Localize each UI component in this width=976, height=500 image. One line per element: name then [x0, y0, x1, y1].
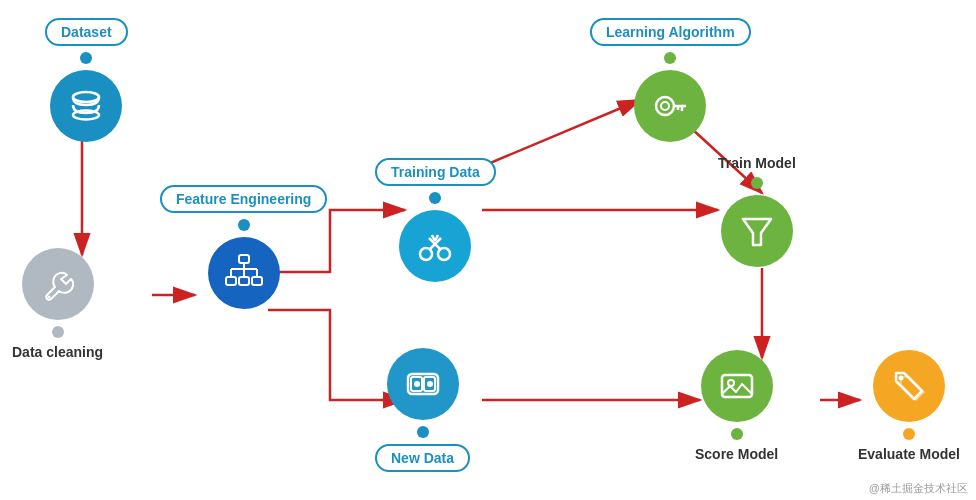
score-model-node: Score Model: [695, 350, 778, 462]
svg-rect-15: [239, 277, 249, 285]
training-data-icon: [399, 210, 471, 282]
feature-engineering-dot: [238, 219, 250, 231]
svg-point-34: [656, 97, 674, 115]
new-data-node: New Data: [375, 348, 470, 472]
new-data-label: New Data: [375, 444, 470, 472]
svg-point-35: [661, 102, 669, 110]
data-cleaning-dot: [52, 326, 64, 338]
svg-rect-13: [239, 255, 249, 263]
dataset-label: Dataset: [45, 18, 128, 46]
evaluate-model-label: Evaluate Model: [858, 446, 960, 462]
score-model-dot: [731, 428, 743, 440]
data-cleaning-icon: [22, 248, 94, 320]
dataset-node: Dataset: [45, 18, 128, 142]
score-model-label: Score Model: [695, 446, 778, 462]
score-model-icon: [701, 350, 773, 422]
evaluate-model-dot: [903, 428, 915, 440]
new-data-icon: [387, 348, 459, 420]
feature-engineering-icon: [208, 237, 280, 309]
watermark: @稀土掘金技术社区: [869, 481, 968, 496]
dataset-dot: [80, 52, 92, 64]
feature-engineering-label: Feature Engineering: [160, 185, 327, 213]
dataset-icon: [50, 70, 122, 142]
train-model-icon: [721, 195, 793, 267]
data-cleaning-node: Data cleaning: [12, 248, 103, 360]
svg-marker-39: [743, 219, 771, 245]
feature-engineering-node: Feature Engineering: [160, 185, 327, 309]
training-data-dot: [429, 192, 441, 204]
svg-rect-16: [252, 277, 262, 285]
svg-rect-40: [722, 375, 752, 397]
training-data-node: Training Data: [375, 158, 496, 282]
data-cleaning-label: Data cleaning: [12, 344, 103, 360]
evaluate-model-node: Evaluate Model: [858, 350, 960, 462]
evaluate-model-icon: [873, 350, 945, 422]
svg-point-10: [73, 92, 99, 102]
training-data-label: Training Data: [375, 158, 496, 186]
learning-algorithm-dot: [664, 52, 676, 64]
svg-point-41: [728, 380, 734, 386]
svg-point-33: [427, 381, 433, 387]
train-model-node: Train Model: [718, 155, 796, 267]
svg-point-32: [414, 381, 420, 387]
new-data-dot: [417, 426, 429, 438]
learning-algorithm-node: Learning Algorithm: [590, 18, 751, 142]
svg-point-12: [47, 296, 50, 299]
train-model-label: Train Model: [718, 155, 796, 171]
train-model-dot: [751, 177, 763, 189]
learning-algorithm-icon: [634, 70, 706, 142]
diagram-container: Dataset Data cleaning Feature Engineerin…: [0, 0, 976, 500]
svg-rect-14: [226, 277, 236, 285]
learning-algorithm-label: Learning Algorithm: [590, 18, 751, 46]
